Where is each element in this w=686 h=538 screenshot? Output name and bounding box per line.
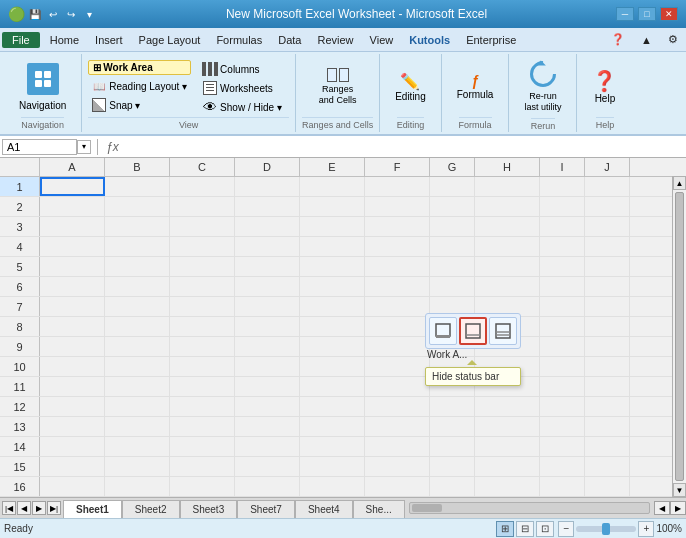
cell[interactable]	[40, 477, 105, 496]
cell[interactable]	[235, 217, 300, 236]
cell[interactable]	[300, 417, 365, 436]
menu-file[interactable]: File	[2, 32, 40, 48]
cell[interactable]	[475, 397, 540, 416]
minimize-btn[interactable]: ─	[616, 7, 634, 21]
cell[interactable]	[300, 297, 365, 316]
cell[interactable]	[540, 177, 585, 196]
cell[interactable]	[235, 257, 300, 276]
cell[interactable]	[585, 397, 630, 416]
cell[interactable]	[300, 337, 365, 356]
redo-quick-btn[interactable]: ↪	[63, 7, 79, 21]
cell[interactable]	[235, 477, 300, 496]
cell[interactable]	[235, 337, 300, 356]
cell[interactable]	[170, 317, 235, 336]
cell[interactable]	[300, 317, 365, 336]
cell[interactable]	[585, 277, 630, 296]
normal-view-btn[interactable]: ⊞	[496, 521, 514, 537]
scroll-down-btn[interactable]: ▼	[673, 483, 686, 497]
zoom-out-btn[interactable]: −	[558, 521, 574, 537]
more-quick-btn[interactable]: ▾	[81, 7, 97, 21]
cell[interactable]	[365, 237, 430, 256]
cell[interactable]	[105, 277, 170, 296]
cell[interactable]	[40, 257, 105, 276]
cell[interactable]	[235, 397, 300, 416]
cell[interactable]	[105, 217, 170, 236]
col-header-g[interactable]: G	[430, 158, 475, 176]
last-sheet-btn[interactable]: ▶|	[47, 501, 61, 515]
cell[interactable]	[170, 197, 235, 216]
cell[interactable]	[365, 377, 430, 396]
cell[interactable]	[300, 237, 365, 256]
cell[interactable]	[365, 177, 430, 196]
cell[interactable]	[40, 357, 105, 376]
cell[interactable]	[235, 277, 300, 296]
cell[interactable]	[585, 337, 630, 356]
cell[interactable]	[170, 357, 235, 376]
cell[interactable]	[235, 457, 300, 476]
row-number[interactable]: 5	[0, 257, 40, 276]
cell[interactable]	[540, 237, 585, 256]
show-hide-btn[interactable]: 👁 Show / Hide ▾	[199, 98, 289, 116]
col-header-j[interactable]: J	[585, 158, 630, 176]
cell[interactable]	[105, 377, 170, 396]
row-number[interactable]: 11	[0, 377, 40, 396]
cell[interactable]	[235, 437, 300, 456]
cell[interactable]	[475, 237, 540, 256]
cell[interactable]	[540, 397, 585, 416]
cell[interactable]	[40, 297, 105, 316]
cell[interactable]	[105, 337, 170, 356]
zoom-slider[interactable]	[576, 526, 636, 532]
cell[interactable]	[235, 377, 300, 396]
row-number[interactable]: 1	[0, 177, 40, 196]
popup-hide-status-btn[interactable]	[459, 317, 487, 345]
zoom-in-btn[interactable]: +	[638, 521, 654, 537]
menu-page-layout[interactable]: Page Layout	[131, 28, 209, 51]
row-number[interactable]: 8	[0, 317, 40, 336]
cell[interactable]	[540, 437, 585, 456]
cell[interactable]	[105, 177, 170, 196]
cell[interactable]	[430, 197, 475, 216]
cell[interactable]	[40, 417, 105, 436]
cell[interactable]	[170, 257, 235, 276]
cell[interactable]	[430, 177, 475, 196]
col-header-d[interactable]: D	[235, 158, 300, 176]
editing-btn[interactable]: ✏️ Editing	[386, 56, 435, 117]
cell[interactable]	[540, 357, 585, 376]
cell[interactable]	[40, 197, 105, 216]
cell[interactable]	[300, 357, 365, 376]
row-number[interactable]: 6	[0, 277, 40, 296]
page-layout-view-btn[interactable]: ⊟	[516, 521, 534, 537]
cell[interactable]	[170, 297, 235, 316]
cell[interactable]	[170, 217, 235, 236]
cell[interactable]	[475, 477, 540, 496]
cell[interactable]	[40, 457, 105, 476]
horizontal-scrollbar[interactable]	[409, 502, 650, 514]
cell[interactable]	[475, 177, 540, 196]
cell[interactable]	[585, 237, 630, 256]
cell[interactable]	[40, 317, 105, 336]
cell-ref-dropdown[interactable]: ▾	[77, 140, 91, 154]
h-scroll-thumb[interactable]	[412, 504, 442, 512]
cell[interactable]	[475, 217, 540, 236]
ribbon-options-btn[interactable]: ⚙	[660, 28, 686, 51]
cell[interactable]	[170, 397, 235, 416]
cell[interactable]	[430, 397, 475, 416]
col-header-a[interactable]: A	[40, 158, 105, 176]
scroll-right-btn[interactable]: ▶	[670, 501, 686, 515]
cell[interactable]	[235, 417, 300, 436]
cell[interactable]	[105, 477, 170, 496]
cell[interactable]	[235, 297, 300, 316]
cell[interactable]	[170, 277, 235, 296]
cell[interactable]	[105, 317, 170, 336]
cell[interactable]	[585, 317, 630, 336]
cell[interactable]	[430, 437, 475, 456]
cell[interactable]	[365, 297, 430, 316]
cell[interactable]	[300, 437, 365, 456]
cell[interactable]	[170, 457, 235, 476]
work-area-btn[interactable]: ⊞ Work Area	[88, 60, 191, 75]
cell[interactable]	[170, 377, 235, 396]
cell[interactable]	[170, 337, 235, 356]
menu-formulas[interactable]: Formulas	[208, 28, 270, 51]
cell[interactable]	[475, 417, 540, 436]
prev-sheet-btn[interactable]: ◀	[17, 501, 31, 515]
